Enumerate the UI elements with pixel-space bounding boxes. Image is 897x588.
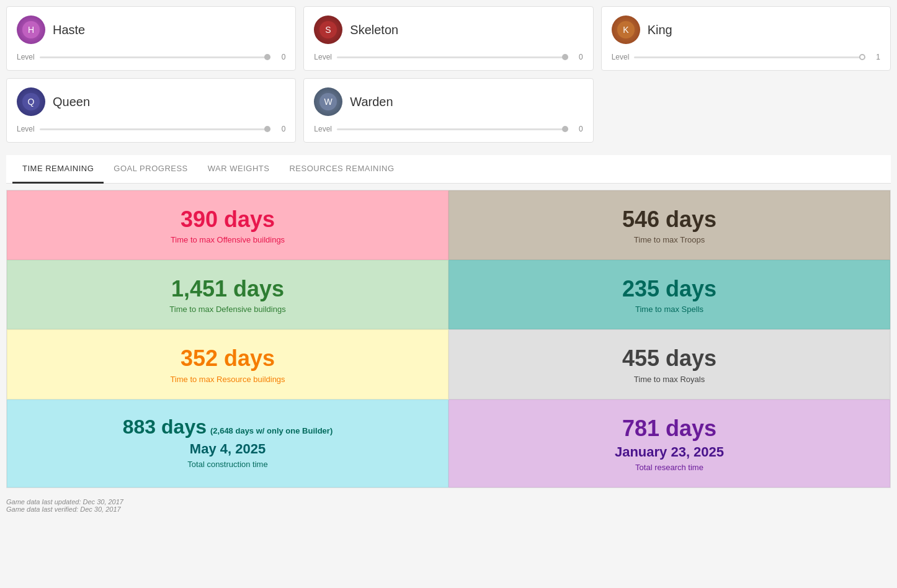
- hero-name-king: King: [648, 23, 672, 37]
- troops-sub: Time to max Troops: [459, 235, 880, 244]
- spells-sub: Time to max Spells: [459, 305, 880, 314]
- hero-level-bar-warden: [337, 128, 568, 130]
- hero-name-skeleton: Skeleton: [350, 23, 398, 37]
- offensive-sub: Time to max Offensive buildings: [17, 235, 438, 244]
- hero-avatar-king: K: [612, 16, 640, 44]
- hero-level-dot-king: [859, 54, 865, 60]
- hero-level-dot-skeleton: [562, 54, 568, 60]
- svg-text:H: H: [28, 25, 34, 35]
- royals-days: 455 days: [459, 345, 880, 372]
- hero-level-value-warden: 0: [573, 125, 583, 133]
- hero-card-skeleton: S Skeleton Level 0: [303, 6, 593, 71]
- royals-sub: Time to max Royals: [459, 375, 880, 384]
- footer-line1: Game data last updated: Dec 30, 2017: [6, 498, 891, 506]
- tab-time-remaining[interactable]: TIME REMAINING: [12, 155, 104, 184]
- resource-sub: Time to max Resource buildings: [17, 375, 438, 384]
- time-remaining-grid: 390 days Time to max Offensive buildings…: [6, 190, 891, 488]
- hero-avatar-queen: Q: [17, 87, 45, 116]
- hero-level-dot-queen: [264, 126, 270, 132]
- footer: Game data last updated: Dec 30, 2017 Gam…: [0, 494, 897, 514]
- cell-defensive: 1,451 days Time to max Defensive buildin…: [7, 260, 448, 329]
- cell-spells: 235 days Time to max Spells: [448, 260, 890, 329]
- cell-royals: 455 days Time to max Royals: [448, 329, 890, 399]
- offensive-days: 390 days: [17, 206, 438, 233]
- hero-avatar-skeleton: S: [314, 16, 342, 44]
- hero-avatar-haste: H: [17, 16, 45, 44]
- svg-text:W: W: [324, 97, 333, 107]
- svg-text:S: S: [326, 25, 331, 35]
- hero-name-haste: Haste: [53, 23, 85, 37]
- cell-resource: 352 days Time to max Resource buildings: [7, 329, 448, 399]
- cell-construction: 883 days (2,648 days w/ only one Builder…: [7, 399, 448, 488]
- research-sub: Total research time: [459, 463, 880, 472]
- resource-days: 352 days: [17, 345, 438, 372]
- defensive-sub: Time to max Defensive buildings: [17, 305, 438, 314]
- svg-text:K: K: [623, 25, 629, 35]
- hero-card-haste: H Haste Level 0: [6, 6, 296, 71]
- footer-line2: Game data last verified: Dec 30, 2017: [6, 506, 891, 513]
- cell-offensive: 390 days Time to max Offensive buildings: [7, 190, 448, 260]
- defensive-days: 1,451 days: [17, 275, 438, 302]
- hero-level-value-skeleton: 0: [573, 53, 583, 61]
- svg-text:Q: Q: [28, 97, 35, 107]
- hero-level-bar-skeleton: [337, 56, 568, 58]
- cell-troops: 546 days Time to max Troops: [448, 190, 890, 260]
- hero-level-value-queen: 0: [275, 125, 285, 133]
- tabs-section: TIME REMAINING GOAL PROGRESS WAR WEIGHTS…: [6, 155, 891, 184]
- hero-name-warden: Warden: [350, 95, 393, 109]
- hero-level-value-king: 1: [870, 53, 880, 61]
- hero-level-dot-warden: [562, 126, 568, 132]
- cell-research: 781 days January 23, 2025 Total research…: [448, 399, 890, 488]
- hero-level-bar-queen: [40, 128, 271, 130]
- research-date: January 23, 2025: [459, 444, 880, 460]
- empty-slot: [601, 78, 891, 143]
- hero-level-dot-haste: [264, 54, 270, 60]
- hero-card-queen: Q Queen Level 0: [6, 78, 296, 143]
- hero-card-king: K King Level 1: [601, 6, 891, 71]
- tab-war-weights[interactable]: WAR WEIGHTS: [198, 155, 280, 184]
- tab-goal-progress[interactable]: GOAL PROGRESS: [104, 155, 197, 184]
- construction-days: 883 days: [123, 415, 207, 439]
- hero-avatar-warden: W: [314, 87, 342, 116]
- tab-resources-remaining[interactable]: RESOURCES REMAINING: [279, 155, 404, 184]
- hero-card-warden: W Warden Level 0: [303, 78, 593, 143]
- construction-date: May 4, 2025: [17, 441, 438, 457]
- hero-name-queen: Queen: [53, 95, 90, 109]
- troops-days: 546 days: [459, 206, 880, 233]
- hero-level-bar-haste: [40, 56, 271, 58]
- hero-level-bar-king: [634, 56, 865, 58]
- research-days: 781 days: [459, 415, 880, 442]
- spells-days: 235 days: [459, 275, 880, 302]
- tabs-bar: TIME REMAINING GOAL PROGRESS WAR WEIGHTS…: [6, 155, 891, 184]
- construction-sub: Total construction time: [17, 460, 438, 469]
- construction-days-extra: (2,648 days w/ only one Builder): [210, 426, 332, 435]
- hero-cards-grid: H Haste Level 0 S Skeleton Level: [0, 0, 897, 149]
- hero-level-value-haste: 0: [275, 53, 285, 61]
